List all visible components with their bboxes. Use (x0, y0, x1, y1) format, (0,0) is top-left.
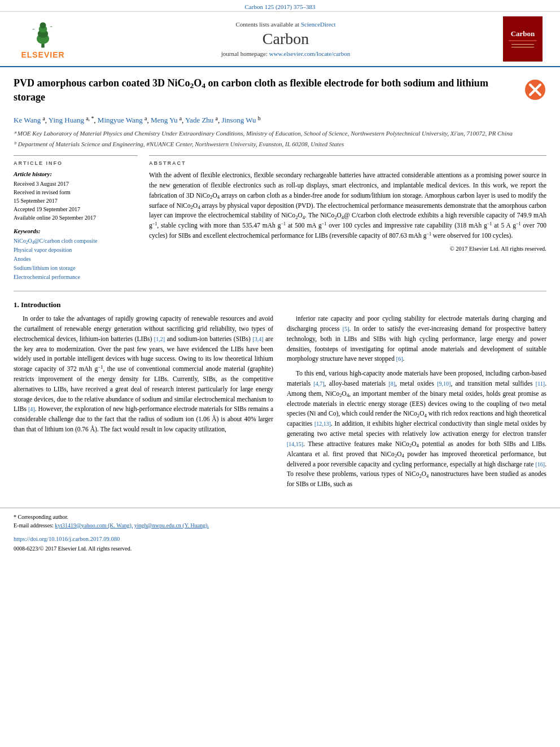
section-divider (14, 291, 546, 291)
ref-6[interactable]: [6] (396, 356, 403, 362)
available-date: Available online 20 September 2017 (14, 213, 138, 222)
carbon-cover-text: Carbon (511, 29, 535, 38)
svg-point-4 (40, 22, 46, 28)
article-info-box: ARTICLE INFO Article history: Received 3… (14, 155, 138, 282)
journal-homepage-link[interactable]: www.elsevier.com/locate/carbon (269, 50, 350, 57)
author-jinsong-wu: Jinsong Wu (221, 116, 256, 124)
intro-right-para2: To this end, various high-capacity anode… (287, 369, 546, 490)
page-container: Carbon 125 (2017) 375–383 ELSEVIER (0, 0, 560, 747)
copyright-notice: © 2017 Elsevier Ltd. All rights reserved… (149, 246, 546, 252)
sciencedirect-link[interactable]: ScienceDirect (301, 21, 336, 28)
ref-3-4[interactable]: [3,4] (252, 336, 263, 342)
article-info-title: ARTICLE INFO (14, 160, 138, 166)
journal-header: ELSEVIER Contents lists available at Sci… (0, 12, 560, 67)
journal-citation-bar: Carbon 125 (2017) 375–383 (0, 0, 560, 12)
author-meng-yu: Meng Yu (151, 116, 178, 124)
email-link-1[interactable]: kyt31419@yahoo.com (K. Wang), (55, 522, 133, 528)
elsevier-brand: ELSEVIER (21, 50, 64, 59)
revised-date: 15 September 2017 (14, 196, 138, 205)
elsevier-logo: ELSEVIER (21, 19, 64, 59)
author-yade-zhu: Yade Zhu (185, 116, 213, 124)
abstract-text: With the advent of flexible electronics,… (149, 171, 546, 241)
journal-center-info: Contents lists available at ScienceDirec… (77, 21, 495, 57)
affiliation-a: ᵃ MOE Key Laboratory of Material Physics… (14, 129, 546, 138)
keyword-1: NiCo2O4@C/carbon cloth composite (14, 237, 138, 246)
accepted-date: Accepted 19 September 2017 (14, 205, 138, 213)
article-title: PVD amorphous carbon coated 3D NiCo2O4 o… (14, 76, 517, 104)
issn-line: 0008-6223/© 2017 Elsevier Ltd. All right… (14, 545, 546, 552)
keyword-5: Electrochemical performance (14, 273, 138, 282)
authors-section: Ke Wang a, Ying Huang a, *, Mingyue Wang… (14, 116, 546, 125)
author-ying-huang: Ying Huang (49, 116, 84, 124)
abstract-column: ABSTRACT With the advent of flexible ele… (149, 155, 546, 282)
keywords-title: Keywords: (14, 228, 138, 234)
keyword-2: Physical vapor deposition (14, 246, 138, 255)
received-date: Received 3 August 2017 (14, 180, 138, 188)
ref-4[interactable]: [4] (28, 406, 35, 412)
body-left-col: In order to take the advantages of rapid… (14, 314, 273, 494)
history-title: Article history: (14, 171, 138, 177)
carbon-cover-image: Carbon (503, 16, 542, 62)
abstract-box: ABSTRACT With the advent of flexible ele… (149, 155, 546, 252)
ref-14-15[interactable]: [14,15] (287, 441, 303, 447)
abstract-title: ABSTRACT (149, 160, 546, 166)
footer-section: * Corresponding author. E-mail addresses… (0, 508, 560, 556)
footnote-corresponding: * Corresponding author. (14, 513, 546, 521)
email-link-2[interactable]: yingh@nwpu.edu.cn (Y. Huang). (134, 522, 209, 528)
sciencedirect-label: Contents lists available at ScienceDirec… (77, 21, 495, 28)
ref-5[interactable]: [5] (343, 326, 349, 332)
received-revised-label: Received in revised form (14, 188, 138, 196)
intro-heading: 1. Introduction (14, 300, 546, 309)
article-title-section: PVD amorphous carbon coated 3D NiCo2O4 o… (14, 76, 546, 109)
ref-4-7[interactable]: [4,7] (313, 381, 324, 387)
ref-9-10[interactable]: [9,10] (437, 381, 450, 387)
article-info-abstract-section: ARTICLE INFO Article history: Received 3… (14, 155, 546, 282)
author-ke-wang: Ke Wang (14, 116, 41, 124)
affiliation-b: ᵇ Department of Materials Science and En… (14, 140, 546, 148)
author-mingyue-wang: Mingyue Wang (98, 116, 143, 124)
ref-11[interactable]: [11] (536, 381, 545, 387)
body-right-col: inferior rate capacity and poor cycling … (287, 314, 546, 494)
doi-link[interactable]: https://doi.org/10.1016/j.carbon.2017.09… (14, 536, 120, 542)
footnote-email: E-mail addresses: kyt31419@yahoo.com (K.… (14, 521, 546, 530)
intro-left-para1: In order to take the advantages of rapid… (14, 314, 273, 435)
journal-homepage: journal homepage: www.elsevier.com/locat… (77, 50, 495, 57)
body-two-col: In order to take the advantages of rapid… (14, 314, 546, 494)
journal-cover-area: Carbon (495, 16, 551, 62)
ref-8[interactable]: [8] (388, 381, 395, 387)
keyword-3: Anodes (14, 255, 138, 264)
keyword-4: Sodium/lithium ion storage (14, 264, 138, 273)
article-info-column: ARTICLE INFO Article history: Received 3… (14, 155, 138, 282)
introduction-section: 1. Introduction In order to take the adv… (14, 300, 546, 494)
crossmark-icon[interactable] (524, 78, 546, 101)
doi-section: https://doi.org/10.1016/j.carbon.2017.09… (14, 534, 546, 543)
journal-title: Carbon (77, 30, 495, 48)
ref-1-2[interactable]: [1,2] (154, 336, 165, 342)
affiliations-section: ᵃ MOE Key Laboratory of Material Physics… (14, 129, 546, 148)
elsevier-logo-area: ELSEVIER (9, 19, 77, 59)
elsevier-tree-icon (26, 19, 60, 50)
journal-citation: Carbon 125 (2017) 375–383 (245, 3, 316, 10)
main-content: PVD amorphous carbon coated 3D NiCo2O4 o… (0, 67, 560, 503)
ref-12-13[interactable]: [12,13] (314, 421, 331, 427)
intro-right-para1: inferior rate capacity and poor cycling … (287, 314, 546, 364)
ref-16[interactable]: [16] (535, 461, 545, 468)
